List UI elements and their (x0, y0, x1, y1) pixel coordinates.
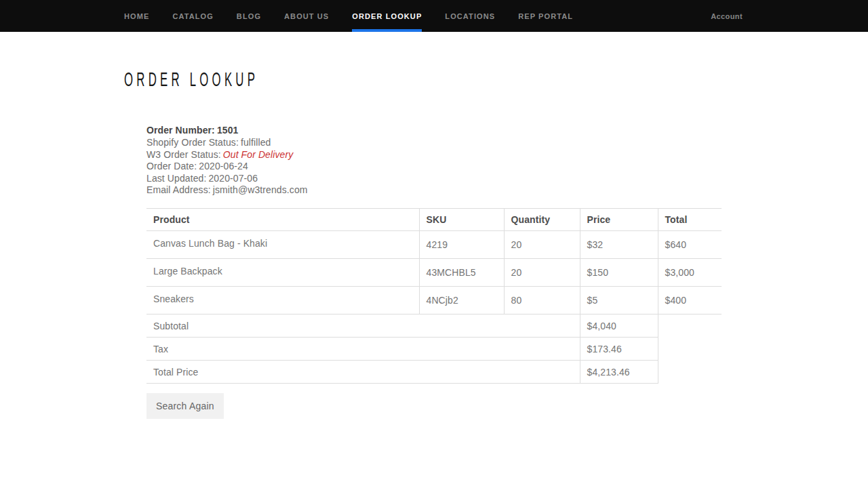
order-items-table: Product SKU Quantity Price Total Canvas … (146, 208, 722, 384)
total-cell: $400 (658, 287, 722, 314)
w3-status-value: Out For Delivery (223, 149, 294, 160)
total-cell: $640 (658, 231, 722, 259)
table-row: Canvas Lunch Bag - Khaki 4219 20 $32 $64… (146, 231, 722, 259)
sku-cell: 43MCHBL5 (419, 259, 504, 287)
product-name-cell: Canvas Lunch Bag - Khaki (146, 231, 419, 259)
sku-cell: 4219 (419, 231, 504, 259)
summary-spacer-cell (658, 361, 722, 384)
shopify-status-value: fulfilled (241, 137, 271, 148)
page-title: ORDER LOOKUP (124, 69, 868, 89)
subtotal-row: Subtotal $4,040 (146, 314, 722, 338)
email-value: jsmith@w3trends.com (213, 184, 308, 195)
order-number-line: Order Number:1501 (146, 125, 868, 137)
nav-item-order-lookup[interactable]: ORDER LOOKUP (352, 0, 422, 32)
order-date-label: Order Date: (146, 161, 197, 171)
subtotal-value: $4,040 (580, 314, 658, 338)
nav-item-about-us[interactable]: ABOUT US (284, 0, 329, 32)
order-number-value: 1501 (217, 125, 239, 136)
column-header-total: Total (658, 209, 722, 231)
email-line: Email Address:jsmith@w3trends.com (146, 184, 868, 197)
price-cell: $5 (580, 287, 658, 314)
nav-item-locations[interactable]: LOCATIONS (445, 0, 495, 32)
product-name-cell: Large Backpack (146, 259, 419, 287)
nav-item-catalog[interactable]: CATALOG (172, 0, 213, 32)
price-cell: $32 (580, 231, 658, 259)
column-header-quantity: Quantity (504, 209, 580, 231)
top-nav: HOME CATALOG BLOG ABOUT US ORDER LOOKUP … (0, 0, 868, 32)
w3-status-label: W3 Order Status: (146, 149, 221, 160)
nav-item-rep-portal[interactable]: REP PORTAL (518, 0, 573, 32)
total-cell: $3,000 (658, 259, 722, 287)
shopify-status-label: Shopify Order Status: (146, 137, 239, 148)
product-name-cell: Sneakers (146, 287, 419, 314)
summary-spacer-cell (658, 338, 722, 361)
last-updated-line: Last Updated:2020-07-06 (146, 173, 868, 185)
order-number-label: Order Number: (146, 125, 215, 136)
nav-item-blog[interactable]: BLOG (237, 0, 261, 32)
order-date-line: Order Date:2020-06-24 (146, 161, 868, 173)
subtotal-label: Subtotal (146, 314, 580, 338)
table-header-row: Product SKU Quantity Price Total (146, 209, 722, 231)
search-again-button[interactable]: Search Again (146, 393, 224, 419)
w3-status-line: W3 Order Status:Out For Delivery (146, 149, 868, 161)
summary-spacer-cell (658, 314, 722, 338)
nav-account-link[interactable]: Account (711, 0, 743, 32)
total-price-value: $4,213.46 (580, 361, 658, 384)
tax-label: Tax (146, 338, 580, 361)
page-title-text: ORDER LOOKUP (124, 69, 258, 89)
sku-cell: 4NCjb2 (419, 287, 504, 314)
column-header-sku: SKU (419, 209, 504, 231)
tax-row: Tax $173.46 (146, 338, 722, 361)
total-price-row: Total Price $4,213.46 (146, 361, 722, 384)
quantity-cell: 80 (504, 287, 580, 314)
order-details: Order Number:1501 Shopify Order Status:f… (146, 125, 868, 197)
table-row: Large Backpack 43MCHBL5 20 $150 $3,000 (146, 259, 722, 287)
price-cell: $150 (580, 259, 658, 287)
last-updated-value: 2020-07-06 (208, 173, 258, 184)
quantity-cell: 20 (504, 231, 580, 259)
order-lookup-page: ORDER LOOKUP Order Number:1501 Shopify O… (0, 69, 868, 419)
last-updated-label: Last Updated: (146, 173, 206, 184)
total-price-label: Total Price (146, 361, 580, 384)
nav-item-home[interactable]: HOME (124, 0, 149, 32)
tax-value: $173.46 (580, 338, 658, 361)
shopify-status-line: Shopify Order Status:fulfilled (146, 137, 868, 149)
order-date-value: 2020-06-24 (199, 161, 248, 171)
table-row: Sneakers 4NCjb2 80 $5 $400 (146, 287, 722, 314)
quantity-cell: 20 (504, 259, 580, 287)
email-label: Email Address: (146, 184, 211, 195)
column-header-product: Product (146, 209, 419, 231)
column-header-price: Price (580, 209, 658, 231)
